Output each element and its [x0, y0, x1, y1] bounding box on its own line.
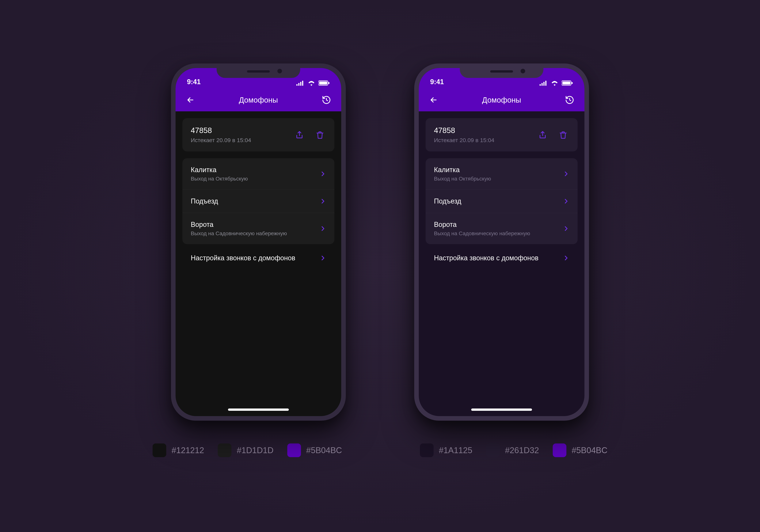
trash-icon	[559, 130, 568, 139]
phone-screen: 9:41 Домофоны	[419, 68, 585, 416]
access-code-value: 47858	[191, 126, 251, 135]
share-button[interactable]	[293, 129, 306, 141]
share-button[interactable]	[537, 129, 549, 141]
door-title: Ворота	[434, 220, 530, 228]
color-swatch	[153, 444, 166, 457]
swatch-item: #5B04BC	[553, 444, 607, 457]
palette-tint: #1A1125 #261D32 #5B04BC	[420, 444, 607, 457]
phone-notch	[216, 64, 300, 78]
history-icon	[565, 95, 574, 105]
doors-list: Калитка Выход на Октябрьскую Подъезд	[426, 158, 578, 244]
history-icon	[322, 95, 331, 105]
signal-icon	[539, 80, 547, 86]
svg-rect-5	[572, 82, 573, 84]
share-icon	[295, 130, 304, 139]
door-item-entrance[interactable]: Подъезд	[426, 189, 578, 213]
color-swatch	[486, 444, 500, 457]
color-swatch	[553, 444, 566, 457]
color-swatch	[420, 444, 434, 457]
battery-icon	[562, 80, 573, 86]
status-indicators	[539, 80, 573, 86]
color-swatch	[218, 444, 231, 457]
swatch-hex: #1A1125	[439, 446, 472, 455]
chevron-right-icon	[563, 198, 569, 205]
svg-rect-1	[319, 81, 327, 84]
svg-rect-2	[328, 82, 329, 84]
settings-link-label: Настройка звонков с домофонов	[434, 254, 539, 262]
delete-button[interactable]	[557, 129, 569, 141]
swatch-hex: #5B04BC	[306, 446, 342, 455]
status-time: 9:41	[430, 78, 444, 86]
color-swatch	[287, 444, 301, 457]
home-indicator[interactable]	[228, 409, 289, 411]
swatch-item: #5B04BC	[287, 444, 342, 457]
palette-dark: #121212 #1D1D1D #5B04BC	[153, 444, 342, 457]
svg-rect-4	[562, 81, 570, 84]
chevron-right-icon	[319, 255, 326, 261]
door-title: Подъезд	[434, 197, 461, 205]
swatch-item: #121212	[153, 444, 204, 457]
header-title: Домофоны	[482, 96, 521, 104]
access-code-value: 47858	[434, 126, 495, 135]
chevron-right-icon	[319, 170, 326, 177]
chevron-right-icon	[319, 198, 326, 205]
intercom-settings-link[interactable]: Настройка звонков с домофонов	[426, 251, 578, 265]
door-item-gate[interactable]: Калитка Выход на Октябрьскую	[426, 158, 578, 189]
door-item-gate[interactable]: Калитка Выход на Октябрьскую	[182, 158, 334, 189]
signal-icon	[296, 80, 305, 86]
access-code-expiry: Истекает 20.09 в 15:04	[191, 137, 251, 143]
swatch-item: #261D32	[486, 444, 539, 457]
home-indicator[interactable]	[471, 409, 532, 411]
swatch-hex: #121212	[171, 446, 204, 455]
swatch-item: #1A1125	[420, 444, 472, 457]
door-subtitle: Выход на Садовническую набережную	[434, 230, 530, 237]
door-title: Ворота	[191, 220, 287, 228]
arrow-left-icon	[429, 96, 438, 104]
door-item-entrance[interactable]: Подъезд	[182, 189, 334, 213]
trash-icon	[315, 130, 324, 139]
swatch-hex: #5B04BC	[572, 446, 607, 455]
history-button[interactable]	[563, 94, 576, 106]
swatch-hex: #1D1D1D	[237, 446, 273, 455]
access-code-card: 47858 Истекает 20.09 в 15:04	[182, 118, 334, 151]
chevron-right-icon	[319, 225, 326, 232]
access-code-card: 47858 Истекает 20.09 в 15:04	[426, 118, 578, 151]
door-subtitle: Выход на Октябрьскую	[191, 176, 248, 182]
access-code-expiry: Истекает 20.09 в 15:04	[434, 137, 495, 143]
battery-icon	[318, 80, 330, 86]
arrow-left-icon	[186, 96, 195, 104]
wifi-icon	[308, 80, 315, 86]
phone-notch	[460, 64, 544, 78]
door-item-vehiclegate[interactable]: Ворота Выход на Садовническую набережную	[182, 213, 334, 244]
swatch-item: #1D1D1D	[218, 444, 273, 457]
status-time: 9:41	[187, 78, 201, 86]
phone-screen: 9:41 Домофоны	[175, 68, 341, 416]
settings-link-label: Настройка звонков с домофонов	[191, 254, 295, 262]
app-header: Домофоны	[419, 88, 585, 111]
chevron-right-icon	[563, 255, 569, 261]
doors-list: Калитка Выход на Октябрьскую Подъезд	[182, 158, 334, 244]
intercom-settings-link[interactable]: Настройка звонков с домофонов	[182, 251, 334, 265]
header-title: Домофоны	[239, 96, 278, 104]
back-button[interactable]	[184, 94, 197, 106]
phone-mockup-dark: 9:41 Домофоны	[171, 64, 346, 421]
back-button[interactable]	[428, 94, 440, 106]
palette-legend: #121212 #1D1D1D #5B04BC #1A1125 #261D32	[153, 444, 607, 457]
delete-button[interactable]	[314, 129, 326, 141]
status-indicators	[296, 80, 330, 86]
history-button[interactable]	[320, 94, 332, 106]
door-subtitle: Выход на Садовническую набережную	[191, 230, 287, 237]
app-header: Домофоны	[175, 88, 341, 111]
door-title: Калитка	[191, 166, 248, 174]
chevron-right-icon	[563, 170, 569, 177]
door-item-vehiclegate[interactable]: Ворота Выход на Садовническую набережную	[426, 213, 578, 244]
door-title: Подъезд	[191, 197, 218, 205]
wifi-icon	[550, 80, 559, 86]
chevron-right-icon	[563, 225, 569, 232]
phone-mockup-tint: 9:41 Домофоны	[414, 64, 589, 421]
swatch-hex: #261D32	[505, 446, 539, 455]
door-subtitle: Выход на Октябрьскую	[434, 176, 491, 182]
share-icon	[538, 130, 547, 139]
door-title: Калитка	[434, 166, 491, 174]
